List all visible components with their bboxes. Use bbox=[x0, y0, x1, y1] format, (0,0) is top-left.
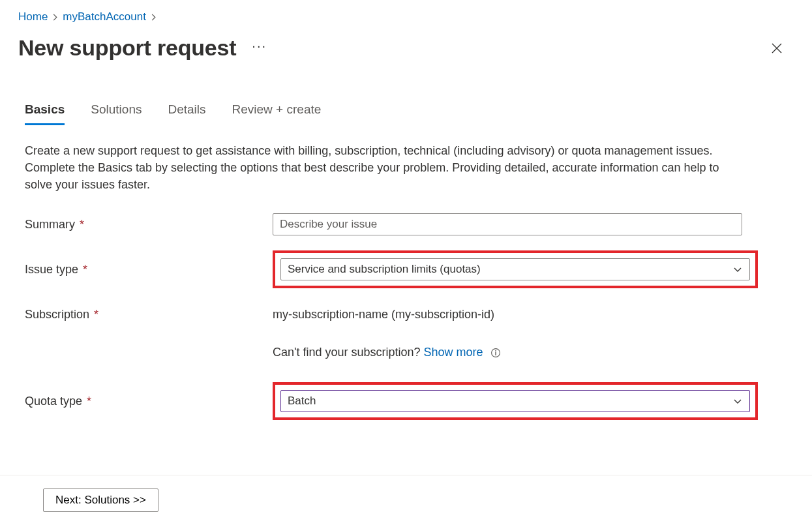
quota-type-highlight: Batch bbox=[273, 382, 758, 420]
quota-type-select[interactable]: Batch bbox=[280, 390, 750, 412]
description-line1: Create a new support request to get assi… bbox=[25, 144, 713, 157]
required-indicator: * bbox=[91, 308, 98, 321]
subscription-value: my-subscription-name (my-subscription-id… bbox=[273, 308, 742, 322]
show-more-link[interactable]: Show more bbox=[424, 346, 483, 359]
svg-rect-2 bbox=[495, 352, 496, 355]
next-solutions-button[interactable]: Next: Solutions >> bbox=[43, 488, 158, 512]
chevron-right-icon bbox=[150, 14, 157, 21]
footer-bar: Next: Solutions >> bbox=[0, 475, 812, 525]
required-indicator: * bbox=[80, 263, 87, 276]
required-indicator: * bbox=[83, 395, 91, 408]
issue-type-highlight: Service and subscription limits (quotas) bbox=[273, 250, 758, 288]
summary-input[interactable] bbox=[273, 213, 742, 235]
quota-type-label: Quota type * bbox=[25, 395, 273, 408]
issue-type-value: Service and subscription limits (quotas) bbox=[288, 263, 481, 276]
subscription-label: Subscription * bbox=[25, 308, 273, 322]
breadcrumb-home-link[interactable]: Home bbox=[18, 10, 48, 23]
info-icon[interactable] bbox=[490, 348, 501, 358]
tab-details[interactable]: Details bbox=[168, 100, 205, 125]
tab-solutions[interactable]: Solutions bbox=[91, 100, 142, 125]
chevron-down-icon bbox=[732, 264, 743, 275]
breadcrumb: Home myBatchAccount bbox=[18, 10, 794, 23]
page-header: New support request ··· bbox=[18, 35, 794, 61]
tab-basics[interactable]: Basics bbox=[25, 100, 65, 125]
chevron-down-icon bbox=[732, 396, 743, 406]
description-line2: Complete the Basics tab by selecting the… bbox=[25, 161, 719, 191]
subscription-hint: Can't find your subscription? Show more bbox=[273, 346, 742, 359]
tab-bar: Basics Solutions Details Review + create bbox=[25, 100, 794, 125]
issue-type-select[interactable]: Service and subscription limits (quotas) bbox=[280, 258, 750, 280]
breadcrumb-account-link[interactable]: myBatchAccount bbox=[63, 10, 146, 23]
close-button[interactable] bbox=[768, 39, 786, 57]
svg-point-1 bbox=[495, 350, 496, 352]
more-actions-button[interactable]: ··· bbox=[252, 38, 267, 57]
summary-label: Summary * bbox=[25, 218, 273, 232]
quota-type-value: Batch bbox=[288, 395, 316, 408]
basics-description: Create a new support request to get assi… bbox=[25, 142, 749, 193]
tab-review-create[interactable]: Review + create bbox=[232, 100, 322, 125]
subscription-hint-prefix: Can't find your subscription? bbox=[273, 346, 424, 359]
issue-type-label: Issue type * bbox=[25, 263, 273, 277]
chevron-right-icon bbox=[52, 14, 59, 21]
required-indicator: * bbox=[76, 218, 84, 231]
page-title: New support request bbox=[18, 35, 236, 61]
